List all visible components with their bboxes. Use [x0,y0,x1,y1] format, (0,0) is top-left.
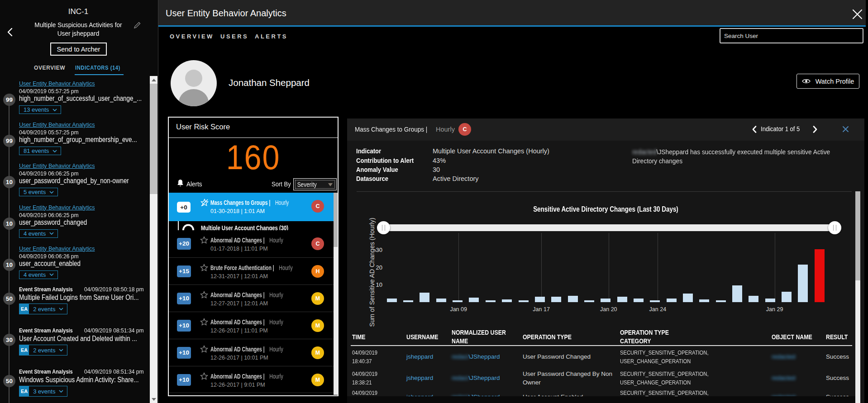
indicator-events-button[interactable]: 81 events [19,147,61,155]
close-icon[interactable] [852,9,863,20]
indicator-source-link[interactable]: User Entity Behavior Analytics [19,162,95,169]
indicator-item[interactable]: 10User Entity Behavior Analytics04/09/20… [0,162,150,203]
table-row[interactable]: 04/09/2019 jsheppardredact\JSheppardUser… [347,386,849,396]
search-input[interactable] [720,28,863,43]
indicator-panel-scrollbar-thumb[interactable] [855,191,860,280]
cell-normalized-user: redact\JSheppard [452,346,520,367]
slider-handle-right[interactable] [828,221,841,234]
alert-name: Brute Force Authentication |Hourly [210,264,293,271]
expanded-indicator-row[interactable]: 43%Multiple User Account Changes (30) [169,221,338,230]
cell-operation-type: User Password Changed [523,346,615,367]
star-icon[interactable] [200,345,208,353]
alert-severity-badge: M [311,346,324,359]
previous-indicator-button[interactable] [752,126,757,133]
chevron-down-icon [59,349,63,351]
indicator-score-badge: 50 [3,375,15,387]
indicator-name: high_number_of_successful_user_change_..… [19,95,142,103]
indicator-item[interactable]: 50Event Stream Analysis04/09/2019 08:50:… [0,286,150,327]
star-icon[interactable] [200,236,208,244]
alert-row[interactable]: +10Abnormal AD Changes |Hourly12-26-2017… [169,312,338,339]
indicator-item[interactable]: 10User Entity Behavior Analytics04/09/20… [0,204,150,245]
tab-users[interactable]: USERS [220,33,248,40]
indicator-events-button[interactable]: EA2 events [19,303,67,314]
dismiss-indicator-icon[interactable] [842,126,849,133]
sidebar-scrollbar[interactable] [150,76,157,403]
alert-row[interactable]: +10Abnormal AD Changes |Hourly12-26-2017… [169,366,338,393]
bar [584,300,594,302]
alert-row[interactable]: +0Mass Changes to Groups |Hourly01-30-20… [169,193,338,221]
indicator-events-button[interactable]: EA3 events [19,386,67,397]
star-icon[interactable] [200,199,208,207]
alert-frequency: Hourly [269,291,283,299]
indicator-item[interactable]: 10User Entity Behavior Analytics04/09/20… [0,245,150,286]
alert-name-text: Abnormal AD Changes | [210,237,265,244]
tab-alerts[interactable]: ALERTS [255,33,288,40]
indicator-item[interactable]: 30Event Stream Analysis04/09/2019 08:51:… [0,327,150,368]
risk-score-value: 160 [177,137,329,177]
alert-name: Mass Changes to Groups |Hourly [210,199,289,206]
alert-name-text: Brute Force Authentication | [210,264,274,271]
cell-time: 04/09/2019 [352,386,393,396]
star-icon[interactable] [200,264,208,272]
x-gridline [609,233,609,302]
alert-row[interactable]: +10Abnormal AD Changes |Hourly12-27-2017… [169,284,338,312]
alert-list-scrollbar-thumb[interactable] [334,193,338,247]
sidebar-scrollbar-thumb[interactable] [150,84,157,194]
alert-row[interactable]: +10Abnormal AD Changes |Hourly12-26-2017… [169,339,338,366]
indicator-item[interactable]: 50Event Stream Analysis04/09/2019 08:51:… [0,368,150,403]
back-button[interactable] [6,27,14,37]
sort-select[interactable]: Severity [293,178,337,190]
indicator-name: high_number_of_group_membership_eve... [19,136,137,144]
cell-result: Success [826,386,849,396]
indicator-score-badge: 99 [3,135,15,147]
indicator-score-badge: 99 [3,94,15,106]
star-icon[interactable] [200,318,208,326]
indicator-events-button[interactable]: 5 events [19,188,58,196]
indicator-events-button[interactable]: 13 events [19,105,61,114]
indicator-source-link[interactable]: User Entity Behavior Analytics [19,121,95,128]
alert-score-delta: +10 [177,347,191,359]
table-row[interactable]: 04/09/201918:40:37jsheppardredact\JShepp… [347,346,849,367]
table-row[interactable]: 04/09/201918:38:21jsheppardredact\JShepp… [347,367,849,389]
chart-range-slider[interactable] [383,224,835,231]
indicator-description-text: \JSheppard has successfully executed mul… [632,148,830,165]
detail-label: Datasource [356,175,388,182]
indicator-panel-scrollbar[interactable] [855,191,860,403]
chevron-down-icon [49,273,54,276]
table-header: OPERATION TYPE [523,333,604,341]
tab-overview[interactable]: OVERVIEW [170,33,214,40]
cell-operation-category: SECURITY_SENSITIVE_OPERATION, USER_CHANG… [620,386,749,396]
indicator-events-button[interactable]: EA2 events [19,345,67,356]
alert-row[interactable]: +15Brute Force Authentication |Hourly12-… [169,257,338,284]
indicator-source-link[interactable]: User Entity Behavior Analytics [19,204,95,211]
bar [667,299,677,302]
scroll-up-button[interactable] [150,76,157,84]
sidebar-tab-indicators[interactable]: INDICATORS (14) [75,65,120,71]
watch-profile-button[interactable]: Watch Profile [796,74,859,89]
cell-object-name: redacted [772,386,821,396]
indicator-events-button[interactable]: 4 events [19,270,58,279]
alert-name: Abnormal AD Changes |Hourly [210,237,283,244]
next-indicator-button[interactable] [812,126,818,133]
indicator-score-badge: 30 [3,334,15,346]
indicator-events-button[interactable]: 4 events [19,229,58,238]
cell-time: 04/09/201918:38:21 [352,367,393,389]
esa-tag-badge: EA [19,345,29,355]
edit-pencil-icon[interactable] [134,22,141,29]
bar [535,297,545,302]
chevron-down-icon [59,308,63,310]
sidebar-tab-overview[interactable]: OVERVIEW [34,65,65,71]
alert-row[interactable]: +20Abnormal AD Changes |Hourly01-17-2018… [169,230,338,257]
star-icon[interactable] [200,291,208,299]
slider-handle-left[interactable] [377,221,390,234]
indicator-item[interactable]: 99User Entity Behavior Analytics04/09/20… [0,80,150,121]
scroll-down-button[interactable] [150,395,157,403]
indicator-source-link[interactable]: User Entity Behavior Analytics [19,245,95,252]
indicator-source-link[interactable]: User Entity Behavior Analytics [19,80,95,87]
alert-list-scrollbar[interactable] [334,193,338,395]
indicator-item[interactable]: 99User Entity Behavior Analytics04/09/20… [0,121,150,162]
eye-icon [802,78,811,84]
send-to-archer-button[interactable]: Send to Archer [50,43,107,56]
events-count-label: 2 events [29,347,59,354]
star-icon[interactable] [200,372,208,380]
